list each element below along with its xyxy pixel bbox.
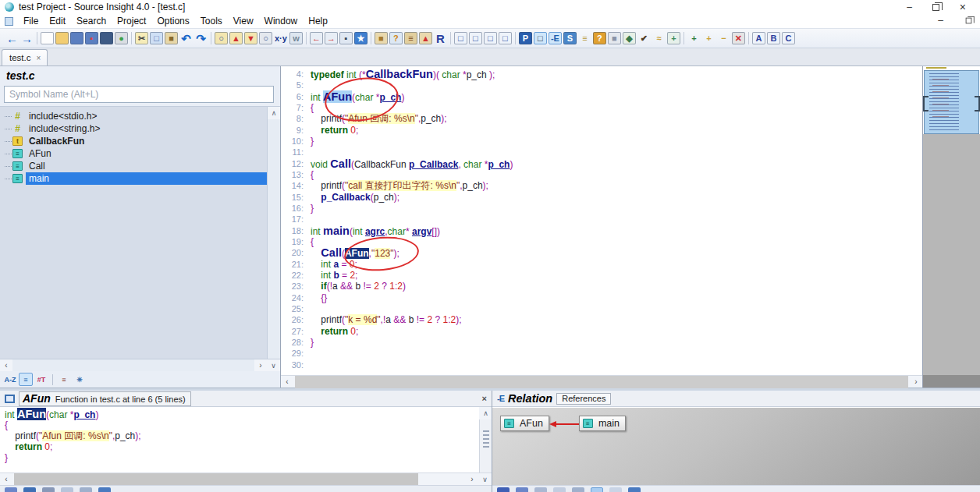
editor-hscrollbar[interactable]: ‹ ›	[281, 375, 922, 388]
browse-docs-icon[interactable]: ≡	[57, 373, 71, 386]
cut-icon[interactable]: ✂	[135, 32, 148, 44]
play-macro-icon[interactable]: R	[434, 32, 447, 44]
context-close-icon[interactable]: ×	[482, 394, 487, 403]
relation-node-afun[interactable]: ≡ AFun	[500, 416, 549, 431]
minimap-track[interactable]	[923, 134, 980, 375]
sort-alphabetic-icon[interactable]: A-Z	[3, 373, 17, 386]
scroll-right-icon[interactable]: ›	[910, 377, 922, 386]
save-all-icon[interactable]	[100, 32, 113, 44]
scroll-left-icon[interactable]: ‹	[0, 475, 12, 483]
forward-arrow-icon[interactable]: →	[20, 32, 34, 44]
context-hscroll-thumb[interactable]	[14, 473, 418, 486]
new-document-icon[interactable]	[41, 32, 54, 44]
scroll-up-icon[interactable]: ∧	[479, 407, 492, 419]
context-code-preview[interactable]: int AFun(char *p_ch){ printf("Afun 回调: %…	[0, 407, 479, 473]
scroll-right-icon[interactable]: ›	[254, 361, 267, 370]
browse-files-icon[interactable]: ≡	[404, 32, 417, 44]
editor-hscroll-thumb[interactable]	[295, 376, 908, 388]
symbol-list-vscrollbar[interactable]: ∧	[267, 107, 280, 359]
package-icon[interactable]: ◆	[623, 32, 636, 44]
symbol-item-afun[interactable]: ≡AFun	[5, 147, 267, 160]
close-button[interactable]: ×	[960, 2, 966, 12]
code-editor[interactable]: 4:typedef int (*CallbackFun)( char *p_ch…	[281, 66, 922, 375]
sync-files-icon[interactable]: ≈	[652, 32, 666, 44]
paste-icon[interactable]: ■	[165, 32, 178, 44]
minimap-viewport[interactable]	[924, 70, 979, 134]
properties-icon[interactable]: P	[519, 32, 532, 44]
menu-help[interactable]: Help	[303, 15, 333, 27]
jump-backward-icon[interactable]: ←	[310, 32, 323, 44]
window-one-icon[interactable]: □	[484, 32, 497, 44]
sort-by-line-icon[interactable]: ≡	[19, 373, 33, 386]
save-file-icon[interactable]	[70, 32, 83, 44]
delete-results-icon[interactable]: ✕	[732, 32, 745, 44]
menu-project[interactable]: Project	[112, 15, 151, 27]
scroll-up-icon[interactable]: ∧	[268, 107, 281, 119]
symbol-item-callbackfun[interactable]: tCallbackFun	[5, 135, 267, 147]
add-indent-icon[interactable]: +	[702, 32, 715, 44]
symbol-item-main[interactable]: ≡main	[5, 172, 267, 185]
scroll-right-icon[interactable]: ›	[466, 475, 478, 483]
call-graph-icon[interactable]: ≡	[578, 32, 591, 44]
search-web-icon[interactable]: w	[289, 32, 303, 44]
symbol-list[interactable]: #include<stdio.h>#include<string.h>tCall…	[0, 107, 267, 359]
context-hscrollbar[interactable]: ‹ › ∨	[0, 473, 492, 485]
scroll-left-icon[interactable]: ‹	[281, 377, 293, 386]
copy-icon[interactable]: □	[150, 32, 163, 44]
print-icon[interactable]: ●	[115, 32, 128, 44]
window-grid-icon[interactable]: +	[667, 32, 680, 44]
window-tile-icon[interactable]: □	[499, 32, 512, 44]
menu-search[interactable]: Search	[71, 15, 112, 27]
search-forward-icon[interactable]: ▲	[229, 32, 243, 44]
window-split-vertical-icon[interactable]: □	[469, 32, 482, 44]
context-vscrollbar[interactable]: ∧	[479, 407, 492, 473]
relation-node-main[interactable]: ≡ main	[579, 416, 626, 431]
relation-references-tab[interactable]: References	[556, 393, 611, 405]
window-split-horizontal-icon[interactable]: □	[454, 32, 467, 44]
clip-window-icon[interactable]: ?	[593, 32, 606, 44]
restore-button[interactable]	[932, 4, 939, 11]
replace-icon[interactable]: x·y	[274, 32, 288, 44]
menu-view[interactable]: View	[228, 15, 259, 27]
mdi-restore-button[interactable]	[966, 17, 972, 23]
context-window-icon[interactable]: □	[534, 32, 547, 44]
jump-forward-icon[interactable]: →	[325, 32, 338, 44]
symbol-info-icon[interactable]: ?	[389, 32, 403, 44]
tab-close-icon[interactable]: ×	[36, 54, 41, 62]
add-line-icon[interactable]: +	[687, 32, 701, 44]
menu-tools[interactable]: Tools	[195, 15, 228, 27]
menu-file[interactable]: File	[18, 15, 44, 27]
menu-edit[interactable]: Edit	[44, 15, 71, 27]
scroll-down-icon[interactable]: ∨	[478, 473, 492, 486]
relation-window-icon[interactable]: -E	[549, 32, 562, 44]
style-c-icon[interactable]: C	[782, 32, 795, 44]
search-files-icon[interactable]: ○	[215, 32, 228, 44]
symbol-window-icon[interactable]: S	[563, 32, 577, 44]
back-arrow-icon[interactable]: ←	[5, 32, 19, 44]
goto-definition-icon[interactable]: ▲	[419, 32, 432, 44]
group-by-type-icon[interactable]: #T	[34, 373, 48, 386]
search-project-icon[interactable]: ○	[259, 32, 272, 44]
minimize-button[interactable]: –	[907, 2, 912, 12]
goto-symbol-icon[interactable]: ▪	[339, 32, 353, 44]
symbol-item-call[interactable]: ≡Call	[5, 160, 267, 172]
symbol-options-gear-icon[interactable]: ✳	[73, 373, 87, 386]
menu-window[interactable]: Window	[259, 15, 304, 27]
symbol-list-hscrollbar[interactable]	[12, 359, 254, 372]
bookmark-icon[interactable]: ★	[354, 32, 368, 44]
symbol-search-input[interactable]	[4, 86, 274, 103]
hawk-icon[interactable]: ✔	[637, 32, 651, 44]
mdi-minimize-button[interactable]: –	[938, 16, 943, 25]
undo-icon[interactable]: ↶	[179, 32, 193, 44]
symbol-item-include-string-h-[interactable]: #include<string.h>	[5, 122, 267, 135]
scroll-left-icon[interactable]: ‹	[0, 361, 12, 370]
style-b-icon[interactable]: B	[767, 32, 780, 44]
save-file-as-icon[interactable]: ▪	[85, 32, 98, 44]
symbol-item-include-stdio-h-[interactable]: #include<stdio.h>	[5, 110, 267, 122]
menu-options[interactable]: Options	[151, 15, 194, 27]
remove-indent-icon[interactable]: −	[717, 32, 730, 44]
redo-icon[interactable]: ↷	[194, 32, 208, 44]
scroll-down-icon[interactable]: ∨	[267, 359, 280, 372]
open-folder-icon[interactable]	[55, 32, 69, 44]
project-window-icon[interactable]: ■	[608, 32, 621, 44]
